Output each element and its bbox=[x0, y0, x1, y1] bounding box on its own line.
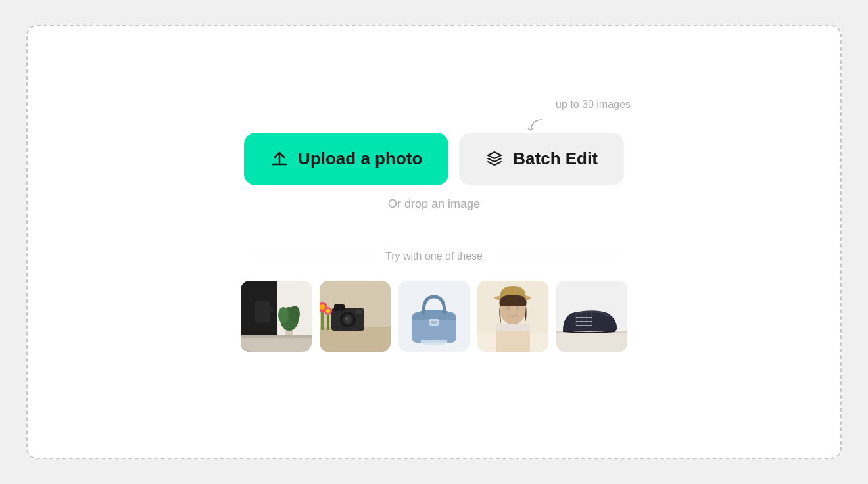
drop-hint-text: Or drop an image bbox=[388, 197, 480, 211]
upload-icon bbox=[270, 150, 289, 168]
svg-rect-32 bbox=[421, 340, 447, 343]
right-divider bbox=[496, 256, 618, 256]
svg-rect-30 bbox=[431, 321, 437, 324]
svg-rect-15 bbox=[334, 304, 345, 311]
sample-image-shoes[interactable] bbox=[556, 281, 627, 352]
svg-point-40 bbox=[516, 306, 519, 310]
sample-image-person[interactable] bbox=[477, 281, 548, 352]
svg-rect-3 bbox=[255, 301, 270, 324]
sample-section-label: Try with one of these bbox=[385, 251, 483, 262]
tooltip-text: up to 30 images bbox=[556, 99, 631, 110]
svg-rect-21 bbox=[321, 310, 324, 330]
upload-photo-button[interactable]: Upload a photo bbox=[244, 133, 448, 185]
upload-drop-zone[interactable]: up to 30 images Upload a photo bbox=[26, 25, 842, 459]
svg-rect-5 bbox=[255, 322, 270, 324]
sample-image-coffee[interactable] bbox=[241, 281, 312, 352]
sample-image-bag[interactable] bbox=[398, 281, 470, 352]
svg-point-18 bbox=[345, 316, 351, 323]
svg-rect-4 bbox=[270, 306, 274, 312]
svg-rect-24 bbox=[327, 314, 329, 330]
svg-point-19 bbox=[346, 317, 348, 319]
svg-point-39 bbox=[506, 306, 510, 310]
svg-rect-20 bbox=[356, 310, 362, 314]
top-section: up to 30 images Upload a photo bbox=[244, 133, 624, 211]
batch-edit-button[interactable]: Batch Edit bbox=[459, 133, 624, 185]
divider-section: Try with one of these bbox=[250, 251, 618, 262]
tooltip-arrow-icon bbox=[525, 118, 545, 134]
sample-images-row bbox=[241, 281, 627, 352]
svg-rect-41 bbox=[496, 324, 530, 331]
svg-rect-43 bbox=[556, 332, 627, 352]
left-divider bbox=[250, 256, 372, 256]
upload-button-label: Upload a photo bbox=[298, 149, 422, 169]
batch-edit-button-label: Batch Edit bbox=[513, 149, 598, 169]
svg-point-26 bbox=[326, 309, 330, 313]
sample-image-camera[interactable] bbox=[320, 281, 391, 352]
svg-rect-10 bbox=[241, 337, 312, 352]
layers-icon bbox=[485, 150, 504, 168]
svg-point-23 bbox=[320, 304, 325, 310]
svg-point-8 bbox=[278, 307, 289, 323]
svg-rect-11 bbox=[241, 335, 312, 338]
svg-point-9 bbox=[289, 306, 300, 322]
action-buttons-row: up to 30 images Upload a photo bbox=[244, 133, 624, 185]
